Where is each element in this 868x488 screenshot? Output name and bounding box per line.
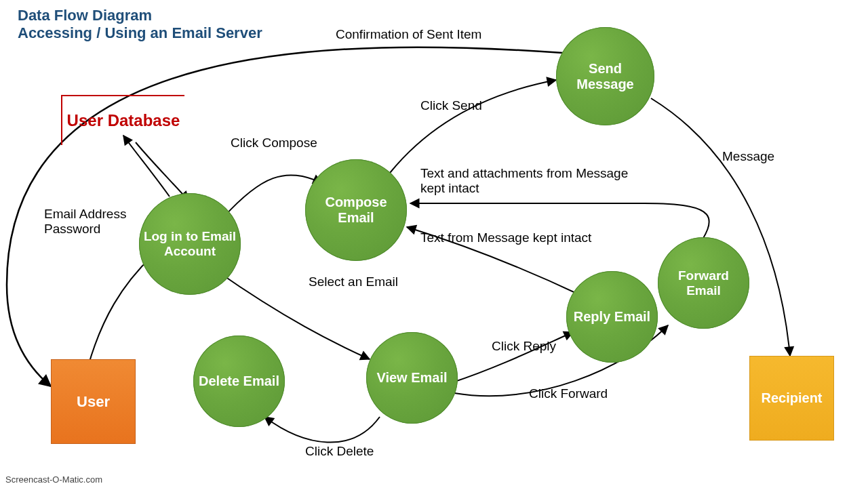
- watermark: Screencast-O-Matic.com: [3, 474, 105, 485]
- entity-user: User: [51, 359, 136, 444]
- entity-label: User: [77, 393, 110, 411]
- process-label: Send Message: [556, 58, 654, 95]
- process-reply: Reply Email: [566, 271, 658, 363]
- process-send: Send Message: [556, 27, 654, 125]
- process-label: Delete Email: [196, 371, 282, 392]
- flow-click-reply: Click Reply: [492, 339, 556, 354]
- title-line-2: Accessing / Using an Email Server: [18, 24, 262, 42]
- datastore-label: User Database: [67, 112, 180, 129]
- flow-select-email: Select an Email: [309, 274, 398, 289]
- entity-recipient: Recipient: [749, 356, 834, 441]
- entity-label: Recipient: [761, 390, 822, 406]
- diagram-canvas: Data Flow Diagram Accessing / Using an E…: [0, 0, 868, 488]
- datastore-user-database: User Database: [61, 95, 184, 145]
- process-label: Compose Email: [305, 192, 407, 228]
- flow-text-only: Text from Message kept intact: [420, 230, 591, 245]
- diagram-title: Data Flow Diagram Accessing / Using an E…: [18, 7, 262, 42]
- process-view: View Email: [366, 332, 458, 424]
- process-label: Log in to Email Account: [139, 226, 241, 262]
- process-login: Log in to Email Account: [139, 193, 241, 295]
- process-label: Forward Email: [658, 266, 749, 301]
- process-compose: Compose Email: [305, 159, 407, 261]
- flow-email-pw: Email Address Password: [44, 207, 139, 237]
- flow-click-delete: Click Delete: [305, 444, 374, 459]
- process-label: View Email: [374, 367, 450, 388]
- process-forward: Forward Email: [658, 237, 749, 329]
- flow-click-compose: Click Compose: [231, 136, 317, 150]
- title-line-1: Data Flow Diagram: [18, 7, 262, 24]
- flow-click-forward: Click Forward: [529, 386, 608, 401]
- flow-message: Message: [722, 149, 774, 164]
- flow-click-send: Click Send: [420, 98, 482, 113]
- process-delete: Delete Email: [193, 336, 285, 427]
- process-label: Reply Email: [571, 306, 653, 327]
- flow-confirmation: Confirmation of Sent Item: [336, 27, 481, 42]
- flow-text-attachments: Text and attachments from Message kept i…: [420, 166, 637, 196]
